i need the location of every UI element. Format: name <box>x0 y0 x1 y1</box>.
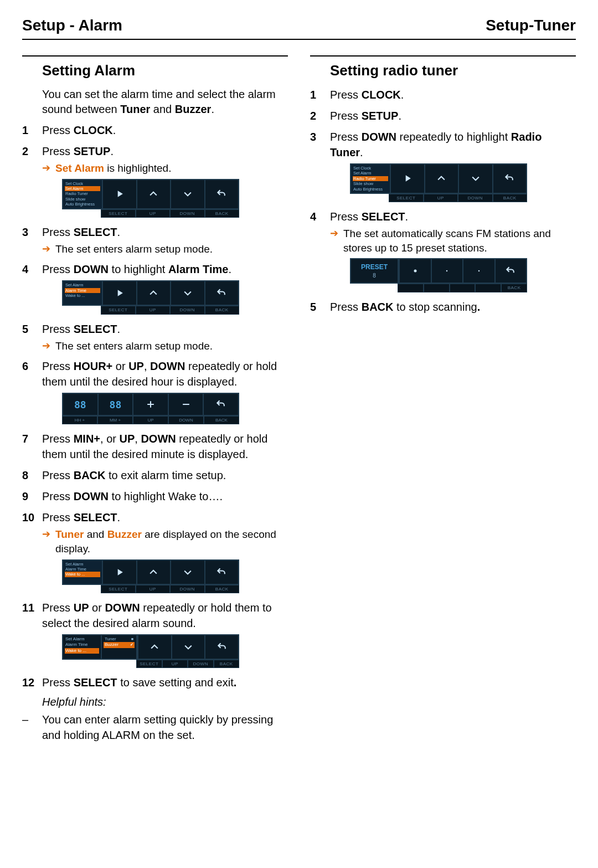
t-step-4: Press SELECT. The set automatically scan… <box>310 209 576 292</box>
t-step-1: Press CLOCK. <box>310 87 576 102</box>
step-2-sub: Set Alarm is highlighted. <box>42 161 288 176</box>
step-10: Press SELECT. Tuner and Buzzer are displ… <box>22 510 288 593</box>
screen-menu-setalarm: Set Clock Set Alarm Radio Tuner Slide sh… <box>62 179 239 218</box>
back-icon <box>204 281 239 305</box>
step-4: Press DOWN to highlight Alarm Time. Set … <box>22 261 288 314</box>
down-icon <box>170 180 204 208</box>
intro-text: You can set the alarm time and select th… <box>22 87 288 117</box>
back-icon <box>494 259 527 283</box>
up-icon <box>136 561 171 584</box>
screen-menu-waketo: Set Alarm Alarm Time Wake to ... SELECT <box>62 559 239 593</box>
step-12: Press SELECT to save setting and exit. <box>22 675 288 690</box>
down-icon <box>171 635 205 659</box>
step-3-sub: The set enters alarm setup mode. <box>42 242 288 256</box>
minus-icon <box>169 394 204 415</box>
back-icon <box>204 635 238 659</box>
play-icon <box>102 180 136 208</box>
play-icon <box>102 281 136 305</box>
screen-menu-list: Set Clock Set Alarm Radio Tuner Slide sh… <box>63 180 102 208</box>
step-9: Press DOWN to highlight Wake to…. <box>22 489 288 504</box>
back-icon <box>204 180 239 208</box>
steps-alarm: Press CLOCK. Press SETUP. Set Alarm is h… <box>22 122 288 690</box>
t-step-3: Press DOWN repeatedly to highlight Radio… <box>310 129 576 202</box>
screen-select-sound: Set Alarm Alarm Time Wake to ... Tuner■ … <box>62 634 239 668</box>
down-icon <box>170 281 204 305</box>
back-icon <box>492 165 527 193</box>
t-step-5: Press BACK to stop scanning. <box>310 299 576 315</box>
step-8: Press BACK to exit alarm time setup. <box>22 468 288 483</box>
column-right: Setting radio tuner Press CLOCK. Press S… <box>310 55 576 743</box>
back-icon <box>204 394 238 415</box>
dot-icon <box>399 259 431 283</box>
hint-1: You can enter alarm setting quickly by p… <box>22 712 288 743</box>
hints-title: Helpful hints: <box>22 696 288 708</box>
preset-indicator: PRESET 8 <box>351 259 399 283</box>
screen-options-list: Tuner■ Buzzer✔ <box>102 635 137 659</box>
dot-small-icon <box>462 259 494 283</box>
screen-menu-list: Set Clock Set Alarm Radio Tuner Slide sh… <box>351 165 390 193</box>
minute-digits: 88 <box>99 394 134 415</box>
screen-time-set: 88 88 HH + MM + UP DOWN BACK <box>62 393 239 424</box>
hour-digits: 88 <box>63 394 99 415</box>
section-title-alarm: Setting Alarm <box>22 62 288 79</box>
down-icon <box>458 165 492 193</box>
step-7: Press MIN+, or UP, DOWN repeatedly or ho… <box>22 431 288 462</box>
steps-tuner: Press CLOCK. Press SETUP. Press DOWN rep… <box>310 87 576 315</box>
page-header: Setup - Alarm Setup-Tuner <box>22 17 576 40</box>
t-step-2: Press SETUP. <box>310 108 576 124</box>
up-icon <box>137 635 171 659</box>
play-icon <box>390 165 424 193</box>
dot-small-icon <box>431 259 463 283</box>
step-2: Press SETUP. Set Alarm is highlighted. S… <box>22 143 288 218</box>
down-icon <box>170 561 204 584</box>
header-right: Setup-Tuner <box>486 17 576 34</box>
column-left: Setting Alarm You can set the alarm time… <box>22 55 288 743</box>
up-icon <box>136 180 171 208</box>
t-step-4-sub: The set automatically scans FM stations … <box>330 227 576 255</box>
step-11: Press UP or DOWN repeatedly or hold them… <box>22 600 288 668</box>
screen-menu-radiotuner: Set Clock Set Alarm Radio Tuner Slide sh… <box>350 163 527 202</box>
step-5-sub: The set enters alarm setup mode. <box>42 339 288 353</box>
screen-menu-list: Set Alarm Alarm Time Wake to ... <box>63 281 102 305</box>
back-icon <box>204 561 239 584</box>
step-3: Press SELECT. The set enters alarm setup… <box>22 224 288 256</box>
screen-menu-alarmtime: Set Alarm Alarm Time Wake to ... SELECT <box>62 280 239 314</box>
step-5: Press SELECT. The set enters alarm setup… <box>22 321 288 353</box>
screen-menu-list: Set Alarm Alarm Time Wake to ... <box>63 635 102 659</box>
section-title-tuner: Setting radio tuner <box>310 62 576 79</box>
screen-preset-scan: PRESET 8 <box>350 258 527 292</box>
screen-menu-list: Set Alarm Alarm Time Wake to ... <box>63 561 102 584</box>
step-10-sub: Tuner and Buzzer are displayed on the se… <box>42 527 288 556</box>
up-icon <box>424 165 458 193</box>
play-icon <box>102 561 136 584</box>
step-1: Press CLOCK. <box>22 122 288 138</box>
step-6: Press HOUR+ or UP, DOWN repeatedly or ho… <box>22 358 288 424</box>
up-icon <box>136 281 171 305</box>
plus-icon <box>133 394 169 415</box>
header-left: Setup - Alarm <box>22 17 122 34</box>
